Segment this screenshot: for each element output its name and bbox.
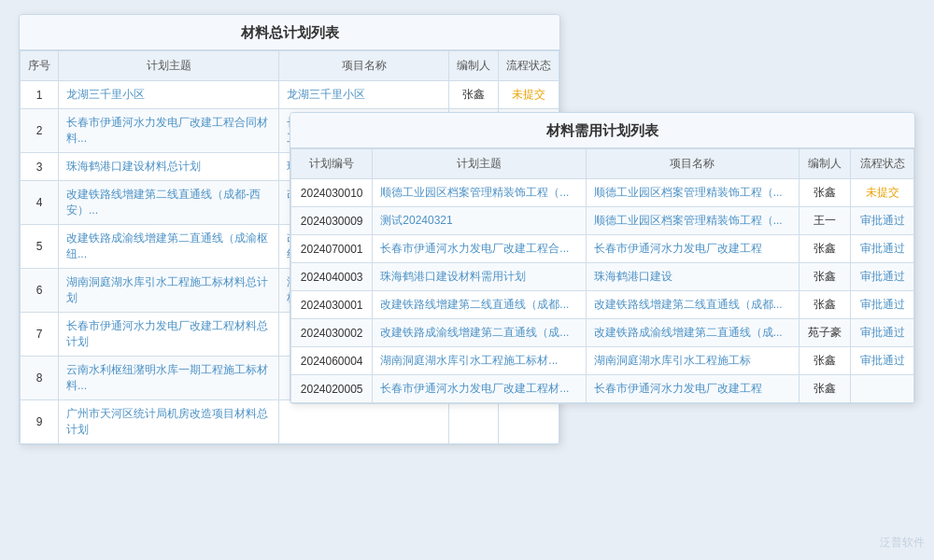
theme-cell[interactable]: 改建铁路成渝线增建第二直通线（成渝枢纽... bbox=[59, 225, 279, 269]
editor-cell bbox=[448, 400, 498, 444]
theme-cell[interactable]: 测试20240321 bbox=[373, 207, 586, 235]
theme-cell[interactable]: 长春市伊通河水力发电厂改建工程材料总计划 bbox=[59, 313, 279, 357]
code-cell: 2024030001 bbox=[291, 291, 373, 319]
project-cell[interactable]: 改建铁路成渝线增建第二直通线（成... bbox=[586, 319, 799, 347]
panel1-header-row: 序号 计划主题 项目名称 编制人 流程状态 bbox=[21, 51, 559, 81]
project-cell[interactable]: 长春市伊通河水力发电厂改建工程 bbox=[586, 235, 799, 263]
project-cell[interactable]: 湖南洞庭湖水库引水工程施工标 bbox=[586, 347, 799, 375]
editor-cell: 王一 bbox=[799, 207, 850, 235]
theme-cell[interactable]: 改建铁路线增建第二线直通线（成都-西安）... bbox=[59, 181, 279, 225]
table-row[interactable]: 2024030009 测试20240321 顺德工业园区档案管理精装饰工程（..… bbox=[291, 207, 914, 235]
panel1-col-seq: 序号 bbox=[21, 51, 59, 81]
code-cell: 2024020005 bbox=[291, 375, 373, 403]
code-cell: 2024030010 bbox=[291, 179, 373, 207]
table-row[interactable]: 2024030002 改建铁路成渝线增建第二直通线（成... 改建铁路成渝线增建… bbox=[291, 319, 914, 347]
project-cell[interactable] bbox=[279, 400, 449, 444]
seq-cell: 9 bbox=[21, 400, 59, 444]
status-cell bbox=[851, 375, 914, 403]
panel1-col-project: 项目名称 bbox=[279, 51, 449, 81]
project-cell[interactable]: 改建铁路线增建第二线直通线（成都... bbox=[586, 291, 799, 319]
status-cell: 审批通过 bbox=[851, 319, 914, 347]
watermark: 泛普软件 bbox=[880, 535, 925, 551]
project-cell[interactable]: 顺德工业园区档案管理精装饰工程（... bbox=[586, 179, 799, 207]
table-row[interactable]: 2024070001 长春市伊通河水力发电厂改建工程合... 长春市伊通河水力发… bbox=[291, 235, 914, 263]
editor-cell: 张鑫 bbox=[799, 263, 850, 291]
panel2-col-status: 流程状态 bbox=[851, 149, 914, 179]
theme-cell[interactable]: 广州市天河区统计局机房改造项目材料总计划 bbox=[59, 400, 279, 444]
panel1-col-status: 流程状态 bbox=[498, 51, 559, 81]
seq-cell: 7 bbox=[21, 313, 59, 357]
theme-cell[interactable]: 湖南洞庭湖水库引水工程施工标材... bbox=[373, 347, 586, 375]
project-cell[interactable]: 长春市伊通河水力发电厂改建工程 bbox=[586, 375, 799, 403]
status-cell: 未提交 bbox=[851, 179, 914, 207]
code-cell: 2024030002 bbox=[291, 319, 373, 347]
seq-cell: 4 bbox=[21, 181, 59, 225]
panel2-col-code: 计划编号 bbox=[291, 149, 373, 179]
code-cell: 2024040003 bbox=[291, 263, 373, 291]
theme-cell[interactable]: 湖南洞庭湖水库引水工程施工标材料总计划 bbox=[59, 269, 279, 313]
editor-cell: 张鑫 bbox=[799, 347, 850, 375]
seq-cell: 8 bbox=[21, 357, 59, 400]
panel1-col-theme: 计划主题 bbox=[59, 51, 279, 81]
theme-cell[interactable]: 珠海鹤港口建设材料需用计划 bbox=[373, 263, 586, 291]
status-cell: 审批通过 bbox=[851, 263, 914, 291]
panel2-col-project: 项目名称 bbox=[586, 149, 799, 179]
editor-cell: 张鑫 bbox=[799, 375, 850, 403]
theme-cell[interactable]: 长春市伊通河水力发电厂改建工程材... bbox=[373, 375, 586, 403]
theme-cell[interactable]: 长春市伊通河水力发电厂改建工程合... bbox=[373, 235, 586, 263]
table-row[interactable]: 2024020005 长春市伊通河水力发电厂改建工程材... 长春市伊通河水力发… bbox=[291, 375, 914, 403]
project-cell[interactable]: 珠海鹤港口建设 bbox=[586, 263, 799, 291]
theme-cell[interactable]: 长春市伊通河水力发电厂改建工程合同材料... bbox=[59, 109, 279, 153]
panel1-title: 材料总计划列表 bbox=[20, 15, 559, 50]
table-row[interactable]: 2024060004 湖南洞庭湖水库引水工程施工标材... 湖南洞庭湖水库引水工… bbox=[291, 347, 914, 375]
seq-cell: 3 bbox=[21, 153, 59, 181]
table-row[interactable]: 1 龙湖三千里小区 龙湖三千里小区 张鑫 未提交 bbox=[21, 81, 559, 109]
panel2-title: 材料需用计划列表 bbox=[290, 113, 914, 148]
editor-cell: 张鑫 bbox=[448, 81, 498, 109]
seq-cell: 2 bbox=[21, 109, 59, 153]
panel2-col-editor: 编制人 bbox=[799, 149, 850, 179]
code-cell: 2024060004 bbox=[291, 347, 373, 375]
status-cell: 审批通过 bbox=[851, 207, 914, 235]
panel2-table: 计划编号 计划主题 项目名称 编制人 流程状态 2024030010 顺德工业园… bbox=[290, 148, 914, 403]
seq-cell: 6 bbox=[21, 269, 59, 313]
theme-cell[interactable]: 改建铁路成渝线增建第二直通线（成... bbox=[373, 319, 586, 347]
status-cell: 审批通过 bbox=[851, 291, 914, 319]
status-cell: 未提交 bbox=[498, 81, 559, 109]
panel1-col-editor: 编制人 bbox=[448, 51, 498, 81]
seq-cell: 5 bbox=[21, 225, 59, 269]
panel2-col-theme: 计划主题 bbox=[373, 149, 586, 179]
theme-cell[interactable]: 龙湖三千里小区 bbox=[59, 81, 279, 109]
material-usage-plan-panel: 材料需用计划列表 计划编号 计划主题 项目名称 编制人 流程状态 2024030… bbox=[290, 112, 915, 404]
code-cell: 2024030009 bbox=[291, 207, 373, 235]
theme-cell[interactable]: 顺德工业园区档案管理精装饰工程（... bbox=[373, 179, 586, 207]
table-row[interactable]: 2024030010 顺德工业园区档案管理精装饰工程（... 顺德工业园区档案管… bbox=[291, 179, 914, 207]
status-cell: 审批通过 bbox=[851, 235, 914, 263]
status-cell: 审批通过 bbox=[851, 347, 914, 375]
theme-cell[interactable]: 云南水利枢纽潴明水库一期工程施工标材料... bbox=[59, 357, 279, 400]
theme-cell[interactable]: 珠海鹤港口建设材料总计划 bbox=[59, 153, 279, 181]
panel2-header-row: 计划编号 计划主题 项目名称 编制人 流程状态 bbox=[291, 149, 914, 179]
code-cell: 2024070001 bbox=[291, 235, 373, 263]
seq-cell: 1 bbox=[21, 81, 59, 109]
status-cell bbox=[498, 400, 559, 444]
project-cell[interactable]: 龙湖三千里小区 bbox=[279, 81, 449, 109]
editor-cell: 苑子豪 bbox=[799, 319, 850, 347]
project-cell[interactable]: 顺德工业园区档案管理精装饰工程（... bbox=[586, 207, 799, 235]
table-row[interactable]: 2024040003 珠海鹤港口建设材料需用计划 珠海鹤港口建设 张鑫 审批通过 bbox=[291, 263, 914, 291]
editor-cell: 张鑫 bbox=[799, 179, 850, 207]
editor-cell: 张鑫 bbox=[799, 235, 850, 263]
editor-cell: 张鑫 bbox=[799, 291, 850, 319]
table-row[interactable]: 2024030001 改建铁路线增建第二线直通线（成都... 改建铁路线增建第二… bbox=[291, 291, 914, 319]
table-row[interactable]: 9 广州市天河区统计局机房改造项目材料总计划 bbox=[21, 400, 559, 444]
theme-cell[interactable]: 改建铁路线增建第二线直通线（成都... bbox=[373, 291, 586, 319]
